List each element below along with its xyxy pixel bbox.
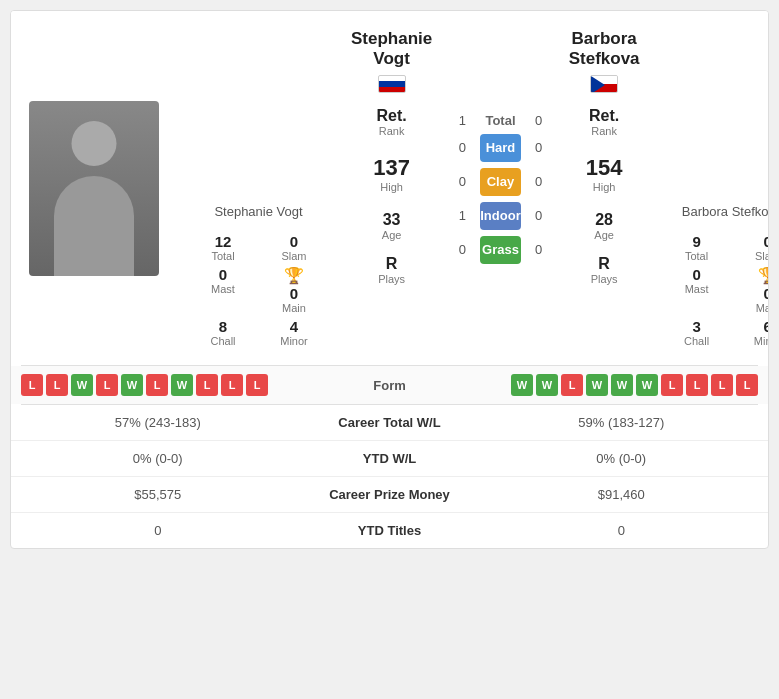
player1-top-stats: 12 Total 0 Slam [189,233,329,262]
player2-top-stats: 9 Total 0 Slam [662,233,769,262]
form-badge-l: L [196,374,218,396]
player2-plays-display: R Plays [591,255,618,285]
form-badge-w: W [636,374,658,396]
form-badge-w: W [121,374,143,396]
player2-stats: Barbora Stefkova 9 Total 0 Slam 0 Mast 🏆 [650,21,769,355]
player1-photo-container [11,21,176,355]
player1-high-display: 137 High [373,155,410,193]
ytd-wl-right: 0% (0-0) [490,451,754,466]
player2-form-badges: WWLWWWLLLL [465,374,759,396]
player1-center-info: Stephanie Vogt Ret. Rank 137 High 33 Age [341,21,442,355]
player2-slam: 0 Slam [733,233,769,262]
form-badge-l: L [736,374,758,396]
surface-indoor-badge: Indoor [480,202,520,230]
player2-total: 9 Total [662,233,731,262]
form-badge-l: L [96,374,118,396]
player-comparison-section: Stephanie Vogt 12 Total 0 Slam 0 Mast 🏆 [11,11,768,365]
surface-comparison: 1 Total 0 0 Hard 0 0 Clay 0 1 Indoor 0 0 [442,21,558,355]
player1-silhouette [29,101,159,276]
flag-cz-triangle [591,76,605,93]
player2-name-label: Barbora Stefkova [682,204,769,219]
comparison-card: Stephanie Vogt 12 Total 0 Slam 0 Mast 🏆 [10,10,769,549]
form-badge-w: W [611,374,633,396]
player1-slam: 0 Slam [260,233,329,262]
player1-minor: 4 Minor [260,318,329,347]
flag-cz [590,75,618,93]
player2-flag-container [590,75,618,96]
player1-full-name: Stephanie Vogt [351,29,432,70]
player1-form-badges: LLWLWLWLLL [21,374,315,396]
form-badge-w: W [586,374,608,396]
player2-rank-display: Ret. Rank [589,107,619,137]
player2-chall-row: 3 Chall 6 Minor [662,318,769,347]
career-wl-label: Career Total W/L [290,415,490,430]
player2-full-name: Barbora Stefkova [569,29,640,70]
player1-age-display: 33 Age [382,211,402,241]
player1-total: 12 Total [189,233,258,262]
surface-row-hard: 0 Hard 0 [452,134,548,162]
player2-trophy-icon: 🏆 [758,266,769,285]
player1-mast: 0 Mast [189,266,258,314]
form-badge-w: W [71,374,93,396]
player1-chall-row: 8 Chall 4 Minor [189,318,329,347]
form-badge-w: W [171,374,193,396]
form-badge-l: L [21,374,43,396]
player2-center-info: Barbora Stefkova Ret. Rank 154 High 28 A… [559,21,650,355]
form-badge-l: L [246,374,268,396]
player2-high-display: 154 High [586,155,623,193]
player2-minor: 6 Minor [733,318,769,347]
player1-plays-display: R Plays [378,255,405,285]
ytd-wl-label: YTD W/L [290,451,490,466]
form-badge-l: L [661,374,683,396]
form-label: Form [315,378,465,393]
form-section: LLWLWLWLLL Form WWLWWWLLLL [11,366,768,404]
surface-clay-badge: Clay [480,168,520,196]
surface-row-clay: 0 Clay 0 [452,168,548,196]
surface-row-indoor: 1 Indoor 0 [452,202,548,230]
ytd-titles-row: 0 YTD Titles 0 [11,513,768,548]
player1-stats: Stephanie Vogt 12 Total 0 Slam 0 Mast 🏆 [176,21,341,355]
prize-left: $55,575 [26,487,290,502]
player1-mast-row: 0 Mast 🏆 0 Main [189,266,329,314]
player1-chall: 8 Chall [189,318,258,347]
form-badge-l: L [46,374,68,396]
form-badge-l: L [686,374,708,396]
surface-hard-badge: Hard [480,134,520,162]
player2-mast-row: 0 Mast 🏆 0 Main [662,266,769,314]
prize-row: $55,575 Career Prize Money $91,460 [11,477,768,513]
ytd-wl-left: 0% (0-0) [26,451,290,466]
player1-flag [378,75,406,96]
player2-age-display: 28 Age [594,211,614,241]
player1-rank-display: Ret. Rank [377,107,407,137]
ytd-wl-row: 0% (0-0) YTD W/L 0% (0-0) [11,441,768,477]
ytd-titles-left: 0 [26,523,290,538]
prize-label: Career Prize Money [290,487,490,502]
total-label: Total [480,113,520,128]
form-badge-w: W [536,374,558,396]
flag-ru [378,75,406,93]
form-badge-l: L [221,374,243,396]
player2-chall: 3 Chall [662,318,731,347]
player1-main: 0 Main [282,285,306,314]
player1-trophy-icon: 🏆 [284,266,304,285]
career-wl-row: 57% (243-183) Career Total W/L 59% (183-… [11,405,768,441]
player2-main: 0 Main [756,285,769,314]
form-badge-w: W [511,374,533,396]
surface-row-total: 1 Total 0 [452,113,548,128]
form-badge-l: L [561,374,583,396]
career-wl-left: 57% (243-183) [26,415,290,430]
prize-right: $91,460 [490,487,754,502]
player2-mast: 0 Mast [662,266,731,314]
surface-grass-badge: Grass [480,236,520,264]
form-badge-l: L [146,374,168,396]
career-wl-right: 59% (183-127) [490,415,754,430]
surface-row-grass: 0 Grass 0 [452,236,548,264]
ytd-titles-right: 0 [490,523,754,538]
ytd-titles-label: YTD Titles [290,523,490,538]
form-badge-l: L [711,374,733,396]
player1-name-label: Stephanie Vogt [214,204,302,219]
